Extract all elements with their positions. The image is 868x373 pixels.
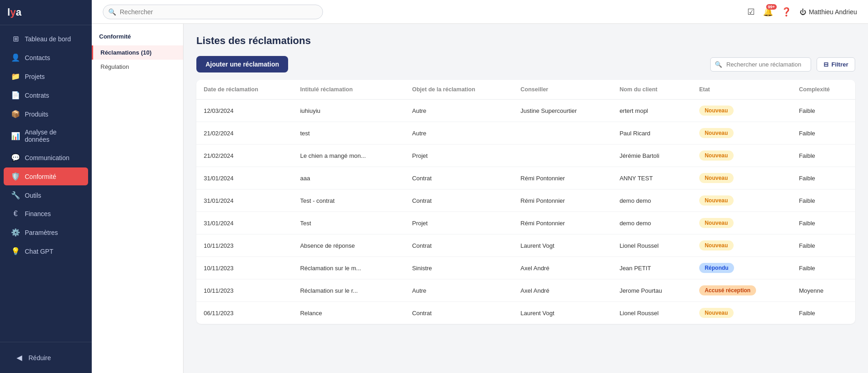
sub-nav-regulation[interactable]: Régulation (92, 60, 183, 74)
sidebar-item-reduire[interactable]: ◀ Réduire (7, 349, 84, 367)
folder-icon: 📁 (11, 72, 20, 81)
sidebar-item-chat-gpt[interactable]: 💡 Chat GPT (4, 242, 88, 260)
sidebar-item-produits[interactable]: 📦 Produits (4, 105, 88, 123)
sidebar-item-label: Projets (25, 73, 45, 80)
cell-client: Jérémie Bartoli (612, 145, 692, 167)
cell-complexite: Faible (791, 145, 855, 167)
sidebar-item-outils[interactable]: 🔧 Outils (4, 186, 88, 204)
sidebar-item-communication[interactable]: 💬 Communication (4, 149, 88, 167)
cell-conseiller: Rémi Pontonnier (513, 189, 612, 212)
cell-intitule: Le chien a mangé mon... (293, 145, 405, 167)
help-icon[interactable]: ❓ (781, 7, 791, 17)
table-row[interactable]: 31/01/2024 Test - contrat Contrat Rémi P… (196, 189, 855, 212)
sub-nav-reclamations[interactable]: Réclamations (10) (92, 45, 183, 60)
col-date: Date de réclamation (196, 80, 293, 100)
cell-objet: Contrat (405, 167, 513, 189)
sidebar-item-projets[interactable]: 📁 Projets (4, 67, 88, 85)
cell-objet: Autre (405, 122, 513, 145)
cell-intitule: Réclamation sur le r... (293, 279, 405, 302)
notifications-icon[interactable]: 🔔 99+ (763, 7, 773, 17)
table-row[interactable]: 10/11/2023 Absence de réponse Contrat La… (196, 234, 855, 257)
euro-icon: € (11, 210, 20, 218)
sidebar-item-label: Contacts (25, 54, 50, 61)
chevron-left-icon: ◀ (15, 353, 24, 362)
search-reclamation-input[interactable] (710, 57, 811, 72)
cell-conseiller (513, 122, 612, 145)
sidebar-item-parametres[interactable]: ⚙️ Paramètres (4, 223, 88, 241)
sidebar-item-label: Communication (25, 154, 69, 161)
cell-date: 06/11/2023 (196, 302, 293, 324)
cell-client: Jean PETIT (612, 257, 692, 279)
table-row[interactable]: 06/11/2023 Relance Contrat Laurent Vogt … (196, 302, 855, 324)
cell-client: Lionel Roussel (612, 302, 692, 324)
search-filter-icon: 🔍 (715, 61, 722, 68)
table-row[interactable]: 10/11/2023 Réclamation sur le r... Autre… (196, 279, 855, 302)
col-client: Nom du client (612, 80, 692, 100)
cell-complexite: Faible (791, 122, 855, 145)
cell-intitule: Absence de réponse (293, 234, 405, 257)
package-icon: 📦 (11, 110, 20, 118)
table-row[interactable]: 31/01/2024 aaa Contrat Rémi Pontonnier A… (196, 167, 855, 189)
grid-icon: ⊞ (11, 34, 20, 43)
cell-client: ertert mopl (612, 100, 692, 122)
cell-etat: Nouveau (692, 189, 792, 212)
topbar: 🔍 ☑ 🔔 99+ ❓ ⏻ Matthieu Andrieu (92, 0, 868, 24)
status-badge: Nouveau (699, 218, 734, 228)
cell-etat: Nouveau (692, 122, 792, 145)
tasks-icon[interactable]: ☑ (747, 7, 755, 17)
ai-icon: 💡 (11, 247, 20, 256)
cell-etat: Nouveau (692, 100, 792, 122)
user-name: Matthieu Andrieu (809, 8, 857, 16)
table-row[interactable]: 10/11/2023 Réclamation sur le m... Sinis… (196, 257, 855, 279)
sidebar-item-tableau-de-bord[interactable]: ⊞ Tableau de bord (4, 30, 88, 48)
cell-conseiller: Axel André (513, 257, 612, 279)
status-badge: Nouveau (699, 195, 734, 206)
table-row[interactable]: 21/02/2024 Le chien a mangé mon... Proje… (196, 145, 855, 167)
sidebar-item-contacts[interactable]: 👤 Contacts (4, 49, 88, 67)
cell-conseiller: Rémi Pontonnier (513, 167, 612, 189)
sidebar-item-analyse-de-donnees[interactable]: 📊 Analyse de données (4, 124, 88, 148)
status-badge: Nouveau (699, 128, 734, 138)
sidebar: lya ⊞ Tableau de bord 👤 Contacts 📁 Proje… (0, 0, 92, 373)
col-complexite: Complexité (791, 80, 855, 100)
sidebar-item-finances[interactable]: € Finances (4, 205, 88, 223)
cell-conseiller: Justine Supercourtier (513, 100, 612, 122)
search-reclamation: 🔍 (710, 57, 811, 72)
cell-date: 10/11/2023 (196, 234, 293, 257)
cell-complexite: Faible (791, 212, 855, 234)
sub-sidebar-title: Conformité (92, 31, 183, 45)
table-header-row: Date de réclamation Intitulé réclamation… (196, 80, 855, 100)
sidebar-item-label: Conformité (25, 173, 56, 180)
status-badge: Nouveau (699, 150, 734, 161)
status-badge: Accusé réception (699, 285, 756, 295)
cell-date: 31/01/2024 (196, 212, 293, 234)
document-icon: 📄 (11, 91, 20, 100)
cell-date: 31/01/2024 (196, 167, 293, 189)
user-info[interactable]: ⏻ Matthieu Andrieu (800, 8, 857, 16)
add-reclamation-button[interactable]: Ajouter une réclamation (196, 56, 288, 72)
search-input[interactable] (103, 5, 323, 19)
table-row[interactable]: 21/02/2024 test Autre Paul Ricard Nouvea… (196, 122, 855, 145)
sidebar-item-label: Contrats (25, 92, 49, 99)
cell-client: ANNY TEST (612, 167, 692, 189)
table-row[interactable]: 31/01/2024 Test Projet Rémi Pontonnier d… (196, 212, 855, 234)
chat-icon: 💬 (11, 153, 20, 162)
sidebar-item-contrats[interactable]: 📄 Contrats (4, 86, 88, 104)
cell-intitule: Relance (293, 302, 405, 324)
table-row[interactable]: 12/03/2024 iuhiuyiu Autre Justine Superc… (196, 100, 855, 122)
sidebar-item-label: Chat GPT (25, 248, 53, 255)
toolbar-right: 🔍 ⊟ Filtrer (710, 57, 855, 72)
sidebar-item-conformite[interactable]: 🛡️ Conformité (4, 167, 88, 185)
cell-date: 31/01/2024 (196, 189, 293, 212)
topbar-right: ☑ 🔔 99+ ❓ ⏻ Matthieu Andrieu (747, 7, 857, 17)
cell-complexite: Faible (791, 302, 855, 324)
cell-date: 21/02/2024 (196, 145, 293, 167)
content-area: Conformité Réclamations (10) Régulation … (92, 24, 868, 373)
filter-button[interactable]: ⊟ Filtrer (817, 57, 855, 72)
cell-intitule: test (293, 122, 405, 145)
sidebar-nav: ⊞ Tableau de bord 👤 Contacts 📁 Projets 📄… (0, 25, 92, 342)
cell-conseiller: Laurent Vogt (513, 302, 612, 324)
user-icon: 👤 (11, 53, 20, 62)
sidebar-item-label: Outils (25, 192, 41, 199)
status-badge: Nouveau (699, 106, 734, 116)
